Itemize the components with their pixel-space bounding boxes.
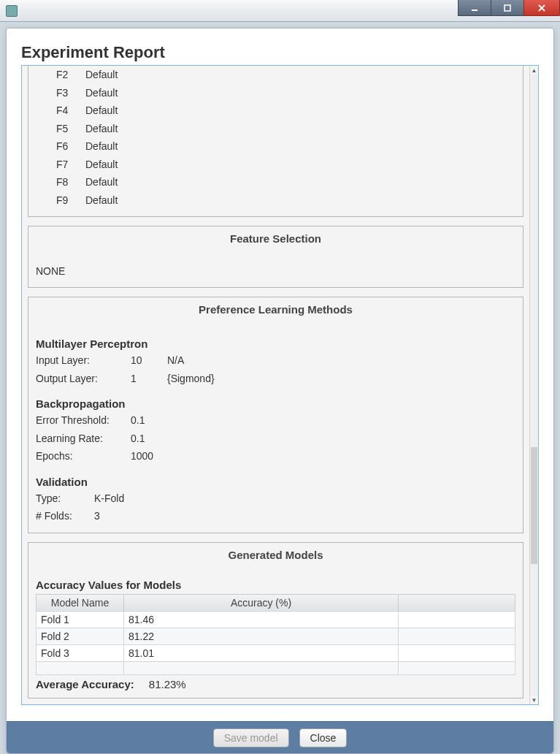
feature-id: F9: [56, 191, 72, 210]
features-panel: F2DefaultF3DefaultF4DefaultF5DefaultF6De…: [28, 66, 523, 217]
input-layer-label: Input Layer:: [36, 351, 131, 370]
models-title: Generated Models: [36, 549, 515, 561]
epochs-row: Epochs: 1000: [36, 447, 515, 465]
feature-list: F2DefaultF3DefaultF4DefaultF5DefaultF6De…: [36, 66, 515, 209]
app-icon: [6, 5, 18, 17]
table-row[interactable]: Fold 381.01: [37, 644, 515, 661]
close-icon: [537, 4, 546, 12]
svg-rect-1: [505, 5, 510, 11]
feature-value: Default: [85, 137, 118, 156]
feature-value: Default: [85, 156, 118, 174]
output-layer-count: 1: [131, 370, 167, 388]
models-header-accuracy[interactable]: Accuracy (%): [124, 594, 399, 611]
mlp-title: Multilayer Perceptron: [36, 338, 515, 350]
feature-row: F7Default: [56, 156, 515, 174]
scrollbar[interactable]: ▲ ▼: [529, 66, 538, 704]
feature-selection-value: NONE: [36, 262, 515, 280]
epochs-label: Epochs:: [36, 447, 131, 465]
empty-cell: [399, 611, 515, 628]
validation-type-label: Type:: [36, 490, 94, 508]
table-row: [37, 661, 515, 674]
feature-selection-title: Feature Selection: [36, 232, 515, 245]
button-bar: Save model Close: [7, 721, 553, 753]
feature-id: F2: [56, 66, 72, 84]
bp-title: Backpropagation: [36, 397, 515, 410]
output-layer-row: Output Layer: 1 {Sigmond}: [36, 370, 515, 388]
learning-rate-label: Learning Rate:: [36, 430, 131, 448]
feature-value: Default: [85, 120, 118, 138]
accuracy-cell: 81.22: [124, 628, 399, 644]
models-header-model[interactable]: Model Name: [37, 594, 124, 611]
input-layer-row: Input Layer: 10 N/A: [36, 351, 515, 370]
feature-row: F8Default: [56, 173, 515, 191]
error-threshold-row: Error Threshold: 0.1: [36, 411, 515, 430]
feature-id: F3: [56, 84, 72, 102]
feature-id: F5: [56, 120, 72, 138]
page-title: Experiment Report: [21, 43, 539, 62]
validation-folds-value: 3: [94, 507, 100, 525]
feature-id: F6: [56, 137, 72, 156]
report-scroll-area: F2DefaultF3DefaultF4DefaultF5DefaultF6De…: [21, 65, 539, 705]
window-titlebar: [0, 0, 560, 22]
feature-value: Default: [85, 84, 118, 102]
feature-row: F3Default: [56, 84, 515, 102]
scroll-thumb[interactable]: [531, 447, 537, 564]
validation-folds-row: # Folds: 3: [36, 507, 515, 525]
feature-value: Default: [85, 191, 118, 210]
window-controls: [459, 0, 560, 16]
close-button[interactable]: Close: [299, 728, 348, 747]
minimize-icon: [470, 4, 479, 12]
feature-value: Default: [85, 102, 118, 120]
average-accuracy-value: 81.23%: [149, 678, 186, 690]
feature-row: F2Default: [56, 66, 515, 84]
maximize-button[interactable]: [491, 0, 524, 16]
save-model-button[interactable]: Save model: [213, 728, 289, 747]
validation-type-value: K-Fold: [94, 490, 124, 508]
scroll-track[interactable]: [530, 75, 538, 696]
feature-id: F4: [56, 102, 72, 120]
empty-cell: [399, 644, 515, 661]
empty-cell: [399, 628, 515, 644]
table-row[interactable]: Fold 181.46: [37, 611, 515, 628]
feature-selection-panel: Feature Selection NONE: [28, 226, 523, 288]
validation-folds-label: # Folds:: [36, 507, 94, 525]
empty-cell: [37, 661, 124, 674]
empty-cell: [399, 661, 515, 674]
scroll-up-icon[interactable]: ▲: [530, 66, 538, 75]
feature-row: F5Default: [56, 120, 515, 138]
svg-rect-0: [472, 9, 477, 11]
average-accuracy-row: Average Accuracy: 81.23%: [36, 678, 515, 690]
accuracy-cell: 81.01: [124, 644, 399, 661]
output-layer-activation: {Sigmond}: [167, 370, 215, 388]
model-name-cell: Fold 1: [37, 611, 124, 628]
models-subtitle: Accuracy Values for Models: [36, 579, 515, 591]
plm-panel: Preference Learning Methods Multilayer P…: [28, 297, 523, 533]
dialog-frame: Experiment Report F2DefaultF3DefaultF4De…: [6, 28, 554, 754]
average-accuracy-label: Average Accuracy:: [36, 678, 134, 690]
learning-rate-value: 0.1: [131, 430, 145, 448]
output-layer-label: Output Layer:: [36, 370, 131, 388]
validation-type-row: Type: K-Fold: [36, 490, 515, 508]
feature-row: F4Default: [56, 102, 515, 120]
error-threshold-label: Error Threshold:: [36, 411, 131, 430]
model-name-cell: Fold 3: [37, 644, 124, 661]
minimize-button[interactable]: [458, 0, 491, 16]
models-panel: Generated Models Accuracy Values for Mod…: [28, 542, 523, 698]
feature-value: Default: [85, 173, 118, 191]
scroll-down-icon[interactable]: ▼: [530, 696, 538, 704]
maximize-icon: [503, 4, 512, 12]
validation-title: Validation: [36, 476, 515, 488]
input-layer-count: 10: [131, 351, 167, 370]
window-close-button[interactable]: [523, 0, 560, 16]
models-table: Model Name Accuracy (%) Fold 181.46Fold …: [36, 594, 515, 675]
input-layer-activation: N/A: [167, 351, 184, 370]
plm-title: Preference Learning Methods: [36, 303, 515, 316]
feature-id: F8: [56, 173, 72, 191]
accuracy-cell: 81.46: [124, 611, 399, 628]
feature-id: F7: [56, 156, 72, 174]
table-row[interactable]: Fold 281.22: [37, 628, 515, 644]
models-header-empty: [399, 594, 515, 611]
model-name-cell: Fold 2: [37, 628, 124, 644]
feature-value: Default: [85, 66, 118, 84]
error-threshold-value: 0.1: [131, 411, 145, 430]
